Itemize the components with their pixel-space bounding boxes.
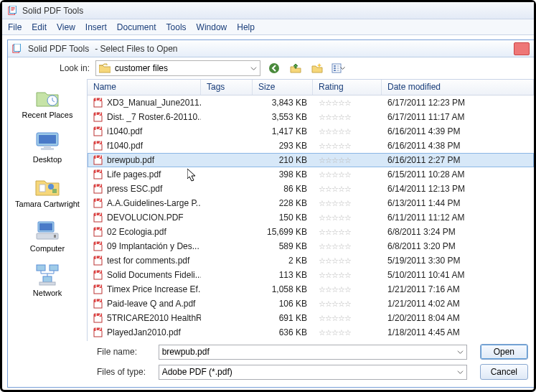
file-row[interactable]: PDFi1040.pdf1,417 KB☆☆☆☆☆6/16/2011 4:39 … xyxy=(88,124,534,139)
file-date: 6/17/2011 12:23 PM xyxy=(382,98,534,108)
file-row[interactable]: PDFtest for comments.pdf2 KB☆☆☆☆☆5/19/20… xyxy=(88,253,534,268)
pdf-icon: PDF xyxy=(93,270,103,280)
pdf-icon: PDF xyxy=(93,213,103,223)
file-name: DEVOLUCION.PDF xyxy=(107,213,184,223)
file-rating: ☆☆☆☆☆ xyxy=(313,141,382,151)
back-button[interactable] xyxy=(266,61,282,75)
file-row[interactable]: PDFDEVOLUCION.PDF150 KB☆☆☆☆☆6/11/2011 11… xyxy=(88,210,534,225)
file-row[interactable]: PDF02 Ecologia.pdf15,699 KB☆☆☆☆☆6/8/2011… xyxy=(88,225,534,239)
place-desktop[interactable]: Desktop xyxy=(11,128,84,165)
place-user[interactable]: Tamara Cartwright xyxy=(11,172,84,210)
svg-text:PDF: PDF xyxy=(93,184,103,190)
file-row[interactable]: PDF5TRICARE2010 HealthR...691 KB☆☆☆☆☆1/2… xyxy=(88,311,534,325)
col-tags[interactable]: Tags xyxy=(201,80,253,95)
svg-rect-27 xyxy=(39,282,55,285)
file-row[interactable]: PDFXD3_Manual_June2011...3,843 KB☆☆☆☆☆6/… xyxy=(88,95,534,110)
file-size: 2 KB xyxy=(253,256,313,266)
svg-rect-25 xyxy=(50,265,58,271)
lookin-dropdown[interactable]: customer files xyxy=(95,60,260,76)
desktop-icon xyxy=(33,129,62,154)
file-row[interactable]: PDFPaid-leave Q and A.pdf106 KB☆☆☆☆☆1/21… xyxy=(88,297,534,311)
file-row[interactable]: PDFTimex Price Increase Ef...1,058 KB☆☆☆… xyxy=(88,282,534,297)
filetype-dropdown[interactable]: Adobe PDF (*.pdf) xyxy=(159,365,467,380)
file-row[interactable]: PDFLife pages.pdf398 KB☆☆☆☆☆6/15/2011 10… xyxy=(88,167,534,182)
file-rating: ☆☆☆☆☆ xyxy=(313,98,382,108)
file-rating: ☆☆☆☆☆ xyxy=(313,199,382,208)
file-row[interactable]: PDFf1040.pdf293 KB☆☆☆☆☆6/16/2011 4:38 PM xyxy=(88,139,534,153)
svg-text:PDF: PDF xyxy=(93,284,103,290)
pdf-icon: PDF xyxy=(93,141,103,151)
file-name: press ESC.pdf xyxy=(107,184,162,194)
chevron-down-icon xyxy=(250,65,257,72)
place-computer[interactable]: Computer xyxy=(11,217,84,254)
svg-rect-7 xyxy=(334,67,336,69)
menu-view[interactable]: View xyxy=(57,22,75,32)
file-rating: ☆☆☆☆☆ xyxy=(313,299,382,309)
new-folder-button[interactable] xyxy=(309,61,325,75)
svg-text:PDF: PDF xyxy=(93,227,103,233)
place-recent[interactable]: Recent Places xyxy=(11,83,84,121)
svg-rect-24 xyxy=(37,265,45,271)
col-rating[interactable]: Rating xyxy=(313,80,382,95)
filename-input[interactable]: brewpub.pdf xyxy=(159,345,467,360)
file-date: 1/21/2011 7:16 AM xyxy=(382,284,534,294)
svg-rect-23 xyxy=(54,235,56,238)
menu-insert[interactable]: Insert xyxy=(85,22,107,32)
pdf-icon: PDF xyxy=(93,256,103,266)
file-row[interactable]: PDF09 Implantación y Des...589 KB☆☆☆☆☆6/… xyxy=(88,239,534,253)
up-button[interactable] xyxy=(288,61,304,75)
menu-window[interactable]: Window xyxy=(197,22,227,32)
file-rating: ☆☆☆☆☆ xyxy=(313,256,382,266)
menubar: File Edit View Insert Document Tools Win… xyxy=(2,19,534,35)
filename-value: brewpub.pdf xyxy=(162,347,210,357)
svg-text:PDF: PDF xyxy=(93,198,103,204)
file-date: 1/20/2011 8:04 AM xyxy=(382,313,534,323)
menu-document[interactable]: Document xyxy=(117,22,156,32)
dialog-icon xyxy=(12,44,22,54)
file-rating: ☆☆☆☆☆ xyxy=(313,328,382,337)
col-name[interactable]: Name xyxy=(88,80,201,95)
col-date[interactable]: Date modified xyxy=(382,80,534,95)
pdf-icon: PDF xyxy=(93,155,103,165)
open-button[interactable]: Open xyxy=(480,344,528,360)
pdf-icon: PDF xyxy=(93,198,103,208)
file-rating: ☆☆☆☆☆ xyxy=(313,285,382,294)
place-network[interactable]: Network xyxy=(11,261,84,299)
file-list[interactable]: Name Tags Size Rating Date modified PDFX… xyxy=(87,79,534,341)
file-date: 6/11/2011 11:12 AM xyxy=(382,213,534,223)
file-size: 3,553 KB xyxy=(253,112,313,122)
file-row[interactable]: PDFpress ESC.pdf86 KB☆☆☆☆☆6/14/2011 12:1… xyxy=(88,182,534,196)
pdf-icon: PDF xyxy=(93,299,103,309)
file-date: 1/21/2011 4:02 AM xyxy=(382,299,534,309)
file-rating: ☆☆☆☆☆ xyxy=(313,127,382,136)
file-name: 02 Ecologia.pdf xyxy=(107,227,166,237)
col-size[interactable]: Size xyxy=(253,80,313,95)
svg-text:PDF: PDF xyxy=(93,155,103,161)
svg-point-18 xyxy=(48,184,54,190)
menu-file[interactable]: File xyxy=(8,22,22,32)
app-title: Solid PDF Tools xyxy=(22,6,83,16)
file-row[interactable]: PDFPlayedJan2010.pdf636 KB☆☆☆☆☆1/18/2011… xyxy=(88,325,534,340)
svg-point-4 xyxy=(269,63,279,73)
cancel-button[interactable]: Cancel xyxy=(480,364,528,380)
file-row[interactable]: PDFSolid Documents Fideli...113 KB☆☆☆☆☆5… xyxy=(88,268,534,282)
svg-text:PDF: PDF xyxy=(93,112,103,118)
svg-text:PDF: PDF xyxy=(93,299,103,304)
svg-text:PDF: PDF xyxy=(93,256,103,261)
menu-tools[interactable]: Tools xyxy=(166,22,187,32)
file-row[interactable]: PDFA.A.Guidelines-Large P...228 KB☆☆☆☆☆6… xyxy=(88,196,534,210)
pdf-icon: PDF xyxy=(93,112,103,122)
svg-text:PDF: PDF xyxy=(93,141,103,146)
views-button[interactable] xyxy=(331,61,347,75)
pdf-icon: PDF xyxy=(93,126,103,136)
menu-help[interactable]: Help xyxy=(237,22,255,32)
file-row[interactable]: PDFDist. _7 Roster.6-20110...3,553 KB☆☆☆… xyxy=(88,110,534,124)
computer-icon xyxy=(33,218,62,243)
file-date: 6/16/2011 2:27 PM xyxy=(382,155,534,165)
svg-text:PDF: PDF xyxy=(93,126,103,132)
file-name: 5TRICARE2010 HealthR... xyxy=(107,313,201,323)
menu-edit[interactable]: Edit xyxy=(32,22,47,32)
close-button[interactable] xyxy=(514,42,530,55)
file-row[interactable]: PDFbrewpub.pdf210 KB☆☆☆☆☆6/16/2011 2:27 … xyxy=(88,153,534,167)
svg-rect-1 xyxy=(10,6,17,14)
